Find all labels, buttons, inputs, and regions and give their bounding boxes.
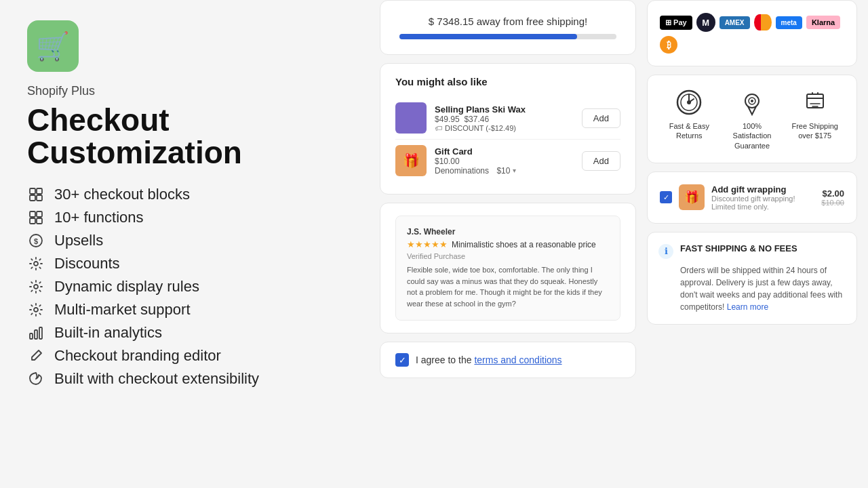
feature-icon-dynamic-rules xyxy=(27,278,45,296)
free-shipping-label: Free Shipping over $175 xyxy=(785,121,844,141)
gift-new-price: $2.00 xyxy=(821,188,844,199)
add-item-1-button[interactable]: Add xyxy=(582,108,620,128)
svg-text:$: $ xyxy=(34,237,38,245)
svg-rect-7 xyxy=(37,218,42,224)
feature-item-discounts: Discounts xyxy=(27,255,353,272)
feature-icon-discounts xyxy=(27,255,45,272)
gift-wrap-checkbox[interactable] xyxy=(660,191,672,203)
review-stars-row: ★★★★★ Minimalistic shoes at a reasonable… xyxy=(407,239,609,249)
terms-link[interactable]: terms and conditions xyxy=(474,354,561,365)
free-shipping-icon xyxy=(800,87,830,117)
logo-emoji: 🛒 xyxy=(36,30,70,62)
satisfaction-label: 100% Satisfaction Guarantee xyxy=(723,121,782,150)
svg-rect-4 xyxy=(30,211,35,217)
right-area: $ 7348.15 away from free shipping! You m… xyxy=(380,0,868,488)
feature-label-blocks: 30+ checkout blocks xyxy=(54,186,190,203)
review-inner: J.S. Wheeler ★★★★★ Minimalistic shoes at… xyxy=(395,216,620,321)
terms-card: I agree to the terms and conditions xyxy=(380,342,636,378)
feature-label-upsells: Upsells xyxy=(54,232,103,249)
feature-icon-upsells: $ xyxy=(27,232,45,249)
svg-point-10 xyxy=(34,262,38,266)
item-discount-1: 🏷 DISCOUNT (-$12.49) xyxy=(435,124,574,132)
app-logo: 🛒 xyxy=(27,20,79,72)
svg-point-23 xyxy=(751,100,753,102)
review-body: Flexible sole, wide toe box, comfortable… xyxy=(407,264,609,309)
feature-label-functions: 10+ functions xyxy=(54,209,143,226)
btc-icon: ₿ xyxy=(660,36,677,54)
main-title: Checkout Customization xyxy=(27,104,353,169)
terms-text: I agree to the terms and conditions xyxy=(416,354,562,365)
feature-list: 30+ checkout blocks10+ functions$Upsells… xyxy=(27,186,353,388)
feature-icon-branding xyxy=(27,347,45,365)
trust-badge-returns: Fast & Easy Returns xyxy=(660,87,719,141)
returns-label: Fast & Easy Returns xyxy=(660,121,719,141)
feature-label-extensibility: Built with checkout extensibility xyxy=(54,370,259,388)
review-headline: Minimalistic shoes at a reasonable price xyxy=(452,240,596,249)
shipping-info-body: Orders will be shipped within 24 hours o… xyxy=(680,264,846,313)
meta-icon: meta xyxy=(776,16,802,29)
left-panel: 🛒 Shopify Plus Checkout Customization 30… xyxy=(0,0,380,488)
upsell-item-1: Selling Plans Ski Wax $49.95 $37.46 🏷 DI… xyxy=(395,97,620,140)
svg-rect-14 xyxy=(35,330,37,339)
feature-label-multi-market: Multi-market support xyxy=(54,301,191,319)
shipping-info-card: ℹ FAST SHIPPING & NO FEES Orders will be… xyxy=(647,232,857,325)
feature-item-extensibility: Built with checkout extensibility xyxy=(27,370,353,388)
meta-pay-icon: M xyxy=(696,13,715,32)
gift-wrap-card: 🎁 Add gift wrapping Discounted gift wrap… xyxy=(647,171,857,224)
trust-badges: Fast & Easy Returns 100% Satisfaction Gu… xyxy=(660,87,844,150)
fast-returns-icon xyxy=(674,87,704,117)
trust-badge-shipping: Free Shipping over $175 xyxy=(785,87,844,141)
feature-item-functions: 10+ functions xyxy=(27,209,353,226)
feature-item-dynamic-rules: Dynamic display rules xyxy=(27,278,353,296)
upsell-item-2: 🎁 Gift Card $10.00 Denominations $10 ▾ A… xyxy=(395,140,620,182)
item-name-2: Gift Card xyxy=(435,146,574,157)
apple-pay-icon: ⊞ Pay xyxy=(660,16,692,30)
feature-item-blocks: 30+ checkout blocks xyxy=(27,186,353,203)
shipping-progress-card: $ 7348.15 away from free shipping! xyxy=(380,0,636,55)
feature-label-discounts: Discounts xyxy=(54,255,120,272)
gift-wrap-info: Add gift wrapping Discounted gift wrappi… xyxy=(711,184,814,211)
item-name-1: Selling Plans Ski Wax xyxy=(435,104,574,115)
terms-checkbox[interactable] xyxy=(395,353,409,367)
trust-badge-satisfaction: 100% Satisfaction Guarantee xyxy=(723,87,782,150)
verified-badge: Verified Purchase xyxy=(407,252,609,260)
gift-wrap-price: $2.00 $10.00 xyxy=(821,188,844,207)
feature-icon-multi-market xyxy=(27,301,45,319)
far-right-column: ⊞ Pay M AMEX meta Klarna ₿ xyxy=(647,0,857,488)
feature-label-analytics: Built-in analytics xyxy=(54,324,162,342)
item-price-1: $49.95 $37.46 xyxy=(435,115,574,124)
progress-bar-background xyxy=(399,34,616,39)
amex-icon: AMEX xyxy=(719,16,750,29)
svg-rect-3 xyxy=(37,195,42,201)
item-thumb-1 xyxy=(395,102,427,134)
learn-more-link[interactable]: Learn more xyxy=(727,302,768,312)
svg-rect-13 xyxy=(30,333,33,339)
gift-old-price: $10.00 xyxy=(821,199,844,207)
shipping-progress-text: $ 7348.15 away from free shipping! xyxy=(399,16,616,27)
satisfaction-icon xyxy=(737,87,767,117)
item-thumb-2: 🎁 xyxy=(395,145,427,176)
mastercard-icon xyxy=(754,14,772,30)
gift-wrap-thumb: 🎁 xyxy=(679,184,705,210)
info-icon: ℹ xyxy=(658,244,673,259)
review-stars: ★★★★★ xyxy=(407,239,448,249)
svg-rect-5 xyxy=(37,211,42,217)
feature-icon-analytics xyxy=(27,324,45,342)
item-info-1: Selling Plans Ski Wax $49.95 $37.46 🏷 DI… xyxy=(435,104,574,132)
add-item-2-button[interactable]: Add xyxy=(582,151,620,171)
feature-label-branding: Checkout branding editor xyxy=(54,347,221,365)
denomination-dropdown-icon: ▾ xyxy=(513,167,516,174)
klarna-icon: Klarna xyxy=(806,16,840,29)
svg-point-11 xyxy=(34,285,38,289)
feature-item-branding: Checkout branding editor xyxy=(27,347,353,365)
svg-rect-15 xyxy=(39,327,42,339)
shopify-plus-label: Shopify Plus xyxy=(27,84,353,98)
feature-icon-functions xyxy=(27,209,45,226)
item-info-2: Gift Card $10.00 Denominations $10 ▾ xyxy=(435,146,574,176)
gift-wrap-name: Add gift wrapping xyxy=(711,184,814,195)
svg-rect-1 xyxy=(37,188,42,194)
progress-bar-fill xyxy=(399,34,577,39)
feature-item-multi-market: Multi-market support xyxy=(27,301,353,319)
reviewer-name: J.S. Wheeler xyxy=(407,227,609,237)
shipping-info-header: ℹ FAST SHIPPING & NO FEES xyxy=(658,243,846,259)
